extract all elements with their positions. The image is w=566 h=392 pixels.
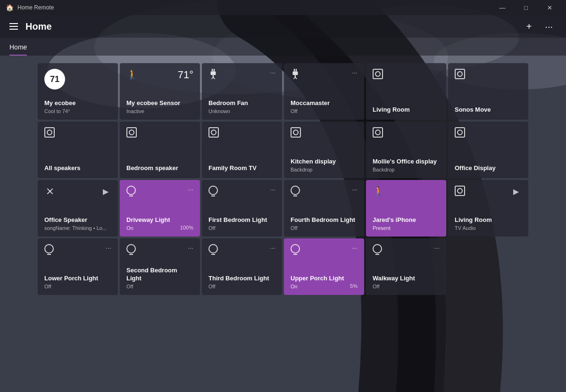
tile-second-bedroom-light[interactable]: ··· Second Bedroom Light Off [120, 238, 200, 295]
tile-moc-title: Moccamaster [291, 99, 358, 107]
tile-fbl-header: ··· [208, 186, 275, 195]
tile-sbl-menu[interactable]: ··· [188, 244, 193, 252]
tile-fbl-title: First Bedroom Light [208, 216, 275, 224]
svg-rect-7 [214, 69, 215, 72]
tile-driveway-light[interactable]: ··· Driveway Light On 100% [120, 180, 200, 237]
tile-moc-menu[interactable]: ··· [352, 69, 358, 76]
tile-sensor-title: My ecobee Sensor [126, 99, 193, 107]
tile-kd-footer: Kitchen display Backdrop [291, 158, 358, 172]
tile-wl-status: Off [373, 284, 440, 289]
light-icon-first-bedroom [208, 186, 218, 195]
speaker-icon-lr [373, 69, 383, 79]
tile-living-room-speaker[interactable]: Living Room [366, 63, 446, 120]
tile-walkway-light[interactable]: ··· Walkway Light Off [366, 238, 446, 295]
tile-lr-title: Living Room [373, 106, 440, 114]
tile-frtv-header [208, 127, 275, 138]
tile-tbl-header: ··· [208, 244, 275, 253]
tile-mo-subtitle: Backdrop [373, 167, 440, 172]
tile-sensor-header: 🚶 71° [126, 69, 193, 81]
tile-sbl-title: Second Bedroom Light [126, 267, 193, 283]
speaker-icon-lra [455, 186, 465, 196]
tile-moc-subtitle: Off [291, 108, 358, 114]
app-header: Home + ··· [0, 15, 566, 38]
tile-lra-header: ▶ [455, 186, 522, 197]
tile-first-bedroom-light[interactable]: ··· First Bedroom Light Off [202, 180, 282, 237]
header-left: Home [9, 21, 52, 32]
tile-wl-footer: Walkway Light Off [373, 275, 440, 289]
tile-allsp-footer: All speakers [44, 164, 111, 172]
tile-fbl-menu[interactable]: ··· [270, 186, 275, 193]
titlebar: 🏠 Home Remote — □ ✕ [0, 0, 566, 15]
speaker-icon-sonos [455, 69, 465, 79]
tile-family-room-tv[interactable]: Family Room TV [202, 122, 282, 178]
tile-jareds-iphone[interactable]: 🚶 Jared's iPhone Present [366, 180, 446, 237]
cross-icon [44, 186, 56, 197]
tile-bedroom-fan[interactable]: ··· Bedroom Fan Unknown [202, 63, 282, 120]
minimize-button[interactable]: — [491, 0, 513, 15]
tile-mollies-office[interactable]: Mollie's Office display Backdrop [366, 122, 446, 178]
tile-lpl-menu[interactable]: ··· [106, 244, 111, 252]
tile-ecobee-sensor[interactable]: 🚶 71° My ecobee Sensor Inactive [120, 63, 200, 120]
tile-mo-footer: Mollie's Office display Backdrop [373, 158, 440, 172]
svg-rect-8 [211, 72, 216, 75]
tile-dl-header: ··· [126, 186, 193, 195]
tile-living-room-audio[interactable]: ▶ Living Room TV Audio [448, 180, 528, 237]
tile-third-bedroom-light[interactable]: ··· Third Bedroom Light Off [202, 238, 282, 295]
tile-ecobee-subtitle: Cool to 74° [44, 108, 111, 114]
tile-bedroom-speaker[interactable]: Bedroom speaker [120, 122, 200, 178]
svg-rect-6 [212, 69, 213, 72]
tile-dl-footer: Driveway Light On 100% [126, 216, 193, 231]
light-icon-lower-porch [44, 244, 54, 253]
tile-tbl-footer: Third Bedroom Light Off [208, 275, 275, 289]
tile-fan-menu[interactable]: ··· [270, 69, 275, 76]
maximize-button[interactable]: □ [515, 0, 537, 15]
play-icon[interactable]: ▶ [100, 186, 111, 197]
tile-fobl-menu[interactable]: ··· [352, 186, 358, 193]
play-icon-lra[interactable]: ▶ [510, 186, 522, 197]
tile-lpl-title: Lower Porch Light [44, 275, 111, 283]
header-right: + ··· [523, 19, 557, 34]
tile-kd-header [291, 127, 358, 138]
tile-sonos-header [455, 69, 522, 79]
tile-upper-porch-light[interactable]: ··· Upper Porch Light On 5% [284, 238, 364, 295]
tile-wl-menu[interactable]: ··· [434, 244, 440, 252]
tile-upl-menu[interactable]: ··· [352, 244, 358, 252]
tile-sbl-status: Off [126, 284, 193, 289]
tile-os-title: Office Speaker [44, 216, 111, 224]
tile-ecobee[interactable]: 71 My ecobee Cool to 74° [38, 63, 118, 120]
hamburger-menu[interactable] [9, 23, 18, 30]
tile-lr-footer: Living Room [373, 106, 440, 114]
tile-moccamaster[interactable]: ··· Moccamaster Off [284, 63, 364, 120]
tile-ecobee-title: My ecobee [44, 99, 111, 107]
speaker-icon-all [44, 127, 55, 138]
tile-lower-porch-light[interactable]: ··· Lower Porch Light Off [38, 238, 118, 295]
nav-item-home[interactable]: Home [9, 41, 27, 56]
tile-os-footer: Office Speaker songName: Thinking • Lo..… [44, 216, 111, 231]
tile-fan-title: Bedroom Fan [208, 99, 275, 107]
plug-icon-moc [291, 69, 300, 79]
tile-fan-header: ··· [208, 69, 275, 79]
tile-office-speaker[interactable]: ▶ Office Speaker songName: Thinking • Lo… [38, 180, 118, 237]
tile-sonos-move[interactable]: Sonos Move [448, 63, 528, 120]
tile-mo-title: Mollie's Office display [373, 158, 440, 166]
tile-sbl-footer: Second Bedroom Light Off [126, 267, 193, 289]
tile-kitchen-display[interactable]: Kitchen display Backdrop [284, 122, 364, 178]
tile-fobl-footer: Fourth Bedroom Light Off [291, 216, 358, 231]
tile-bedroomsp-title: Bedroom speaker [126, 164, 193, 172]
tile-dl-menu[interactable]: ··· [188, 186, 193, 193]
close-button[interactable]: ✕ [539, 0, 560, 15]
tile-office-display[interactable]: Office Display [448, 122, 528, 178]
tiles-grid: 71 My ecobee Cool to 74° 🚶 71° My ecobee… [0, 56, 566, 302]
tile-fourth-bedroom-light[interactable]: ··· Fourth Bedroom Light Off [284, 180, 364, 237]
tile-od-title: Office Display [455, 164, 522, 172]
more-button[interactable]: ··· [541, 19, 557, 34]
light-icon-driveway [126, 186, 136, 195]
tile-sonos-footer: Sonos Move [455, 106, 522, 114]
svg-line-11 [213, 77, 215, 79]
light-icon-fourth-bedroom [291, 186, 300, 195]
tile-tbl-menu[interactable]: ··· [270, 244, 275, 252]
tile-os-header: ▶ [44, 186, 111, 197]
tile-all-speakers[interactable]: All speakers [38, 122, 118, 178]
add-button[interactable]: + [523, 19, 536, 34]
speaker-icon-frtv [208, 127, 219, 138]
